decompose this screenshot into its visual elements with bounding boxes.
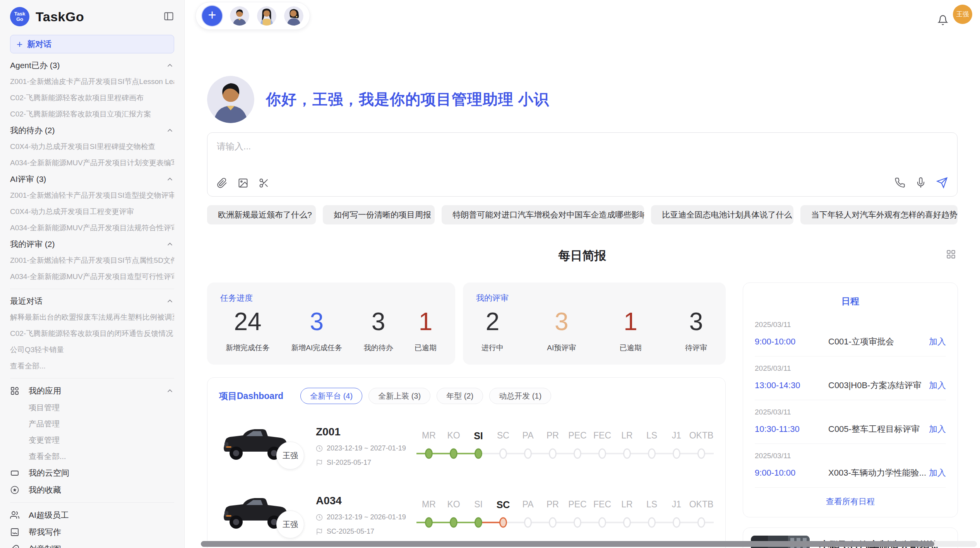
milestone: MR <box>416 499 441 531</box>
layout-grid-icon[interactable] <box>946 249 956 261</box>
chevron-up-icon <box>166 297 174 305</box>
milestone: SC <box>491 499 516 531</box>
send-icon[interactable] <box>936 177 948 190</box>
sidebar-item[interactable]: C02-飞腾新能源轻客改款项目立项汇报方案 <box>10 106 174 122</box>
sidebar-section-header-recent[interactable]: 最近对话 <box>10 293 174 309</box>
chat-input[interactable] <box>217 141 948 152</box>
scissors-icon[interactable] <box>259 178 269 190</box>
sidebar-item[interactable]: Z001-全新燃油轻卡产品开发项目SI造型提交物评审 <box>10 187 174 204</box>
agent-avatar-1[interactable] <box>230 6 249 26</box>
recent-chat-item[interactable]: C02-飞腾新能源轻客改款项目的闭环通告反馈情况 <box>10 325 174 342</box>
agent-avatar-3[interactable] <box>284 6 303 26</box>
sidebar-item[interactable]: Z001-全新燃油轻卡产品开发项目SI节点属性5D文件评审 <box>10 252 174 269</box>
schedule-entry: 2025/03/11 9:00-10:00 X003-车辆动力学性能验... 加… <box>755 444 946 488</box>
filter-chip[interactable]: 年型 (2) <box>437 388 483 404</box>
sidebar-section-header[interactable]: 我的评审 (2) <box>10 236 174 252</box>
suggestion-chip[interactable]: 当下年轻人对汽车外观有怎样的喜好趋势 <box>800 205 958 224</box>
app-sub-item[interactable]: 产品管理 <box>10 416 174 432</box>
milestone: PEC <box>565 499 590 531</box>
schedule-date: 2025/03/11 <box>755 452 946 460</box>
app-sub-item[interactable]: 变更管理 <box>10 432 174 448</box>
horizontal-scrollbar[interactable] <box>201 541 977 547</box>
milestone: SI <box>466 499 491 531</box>
milestone: LS <box>639 430 664 462</box>
milestone: J1 <box>664 430 689 462</box>
join-meeting-link[interactable]: 加入 <box>929 467 946 479</box>
project-row[interactable]: 王强 Z001 2023-12-19 ~ 2027-01-19 <box>219 420 714 473</box>
user-avatar[interactable]: 王强 <box>953 5 972 24</box>
stat-item: 3 我的待办 <box>364 307 393 353</box>
sidebar-section-header[interactable]: 我的待办 (2) <box>10 122 174 139</box>
sidebar-item[interactable]: C0X4-动力总成开发项目SI里程碑提交物检查 <box>10 139 174 155</box>
chevron-up-icon <box>166 240 174 248</box>
sidebar-item-ai-super-staff[interactable]: AI超级员工 <box>10 507 174 524</box>
join-meeting-link[interactable]: 加入 <box>929 380 946 391</box>
new-chat-button[interactable]: + 新对话 <box>10 35 174 53</box>
chevron-up-icon <box>166 387 174 395</box>
sidebar-item[interactable]: A034-全新新能源MUV产品开发项目计划变更表编写 <box>10 155 174 171</box>
project-vehicle-image: 王强 <box>219 490 316 541</box>
sidebar-item-my-apps[interactable]: 我的应用 <box>10 382 174 399</box>
filter-chip[interactable]: 动总开发 (1) <box>489 388 551 404</box>
chevron-up-icon <box>166 175 174 183</box>
app-sub-item[interactable]: 查看全部... <box>10 448 174 464</box>
schedule-date: 2025/03/11 <box>755 408 946 416</box>
attachment-icon[interactable] <box>217 178 228 190</box>
filter-chip[interactable]: 全新上装 (3) <box>368 388 430 404</box>
add-agent-button[interactable]: + <box>202 6 222 26</box>
milestone-dot <box>648 449 656 459</box>
sidebar-item[interactable]: A034-全新新能源MUV产品开发项目法规符合性评审 <box>10 220 174 236</box>
schedule-list: 2025/03/11 9:00-10:00 C001-立项审批会 加入 2025… <box>755 313 946 488</box>
suggestion-chip[interactable]: 比亚迪全固态电池计划具体说了什么 <box>651 205 793 224</box>
project-dates: 2023-12-19 ~ 2026-01-19 <box>327 513 406 521</box>
microphone-icon[interactable] <box>915 177 926 190</box>
collapse-sidebar-icon[interactable] <box>163 11 174 23</box>
recent-chat-item[interactable]: 查看全部... <box>10 358 174 374</box>
chat-composer[interactable] <box>207 132 958 197</box>
suggestion-chip[interactable]: 如何写一份清晰的项目周报 <box>323 205 435 224</box>
filter-chip[interactable]: 全新平台 (4) <box>300 388 362 404</box>
milestone: SC <box>491 430 516 462</box>
sidebar-item-cloud-space[interactable]: 我的云空间 <box>10 464 174 481</box>
sidebar-item-help-me-write[interactable]: 帮我写作 <box>10 524 174 541</box>
sidebar-section-header[interactable]: Agent已办 (3) <box>10 57 174 74</box>
scrollbar-thumb[interactable] <box>201 541 934 547</box>
milestone-dot <box>499 449 507 459</box>
schedule-entry: 2025/03/11 13:00-14:30 C003|H0B-方案冻结评审 加… <box>755 356 946 400</box>
project-row[interactable]: 王强 A034 2023-12-19 ~ 2026-01-19 <box>219 488 714 542</box>
sidebar-item[interactable]: A034-全新新能源MUV产品开发项目造型可行性评审 <box>10 269 174 285</box>
milestone-dot <box>648 517 656 528</box>
sidebar-item-creative-drawing[interactable]: 创意制图 <box>10 541 174 548</box>
image-upload-icon[interactable] <box>238 178 248 190</box>
schedule-event-title: C005-整车工程目标评审 <box>828 423 929 435</box>
sidebar-item[interactable]: C0X4-动力总成开发项目工程变更评审 <box>10 204 174 220</box>
sidebar-item-favorites[interactable]: 我的收藏 <box>10 481 174 498</box>
recent-chat-item[interactable]: 公司Q3轻卡销量 <box>10 342 174 358</box>
suggestion-chip[interactable]: 特朗普可能对进口汽车增税会对中国车企造成哪些影响 <box>442 205 644 224</box>
milestone: MR <box>416 430 441 462</box>
milestone: PA <box>516 430 540 462</box>
sidebar-section-header[interactable]: AI评审 (3) <box>10 171 174 187</box>
schedule-event-title: C003|H0B-方案冻结评审 <box>828 380 929 391</box>
view-all-schedule-link[interactable]: 查看所有日程 <box>755 488 946 510</box>
sidebar-item[interactable]: Z001-全新燃油皮卡产品开发项目SI节点Lesson Learn报告 <box>10 74 174 90</box>
recent-chat-item[interactable]: 解释最新出台的欧盟报废车法规再生塑料比例被调至15%... <box>10 309 174 325</box>
milestone: J1 <box>664 499 689 531</box>
project-dates: 2023-12-19 ~ 2027-01-19 <box>327 444 406 452</box>
join-meeting-link[interactable]: 加入 <box>929 423 946 435</box>
app-sub-item[interactable]: 项目管理 <box>10 399 174 416</box>
join-meeting-link[interactable]: 加入 <box>929 336 946 348</box>
plus-icon: + <box>17 38 22 50</box>
schedule-entry: 2025/03/11 10:30-11:30 C005-整车工程目标评审 加入 <box>755 400 946 444</box>
milestone: PEC <box>565 430 590 462</box>
notifications-bell-icon[interactable] <box>937 15 948 27</box>
card-title: 我的评审 <box>476 293 713 303</box>
milestone-dot <box>598 449 606 459</box>
recent-list: 解释最新出台的欧盟报废车法规再生塑料比例被调至15%... C02-飞腾新能源轻… <box>10 309 174 374</box>
sidebar-item[interactable]: C02-飞腾新能源轻客改款项目里程碑画布 <box>10 90 174 106</box>
voice-call-icon[interactable] <box>894 177 905 190</box>
project-dashboard-card: 项目Dashboard 全新平台 (4) 全新上装 (3) 年型 (2) 动总开… <box>207 377 726 548</box>
agent-avatar-2[interactable] <box>257 6 276 26</box>
suggestion-chip[interactable]: 欧洲新规最近颁布了什么? <box>207 205 316 224</box>
stat-item: 24 新增完成任务 <box>226 307 270 353</box>
